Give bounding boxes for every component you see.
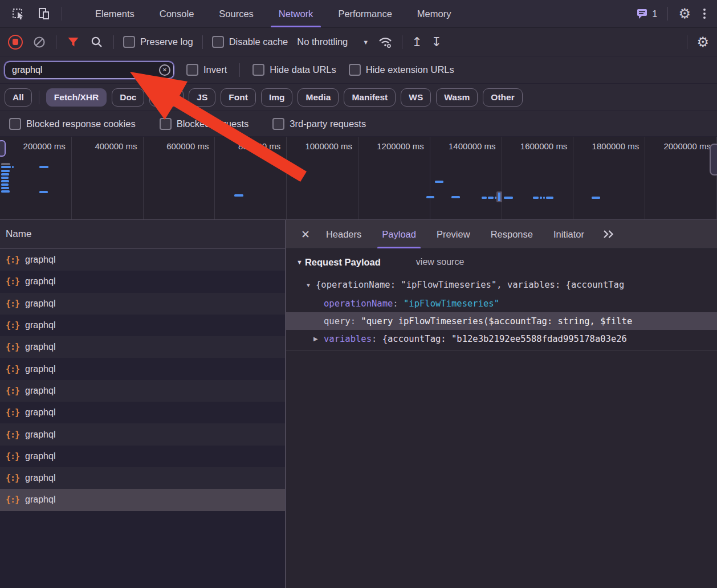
device-toolbar-icon[interactable] [36, 6, 51, 21]
timeline-scrollbar-nub[interactable] [710, 144, 717, 175]
request-name: graphql [25, 386, 55, 396]
table-row[interactable]: {:}graphql [0, 402, 285, 423]
filter-chip-other[interactable]: Other [483, 88, 522, 107]
request-list-panel: Name {:}graphql{:}graphql{:}graphql{:}gr… [0, 220, 285, 588]
tab-performance[interactable]: Performance [325, 0, 404, 27]
more-tabs-icon[interactable] [594, 220, 623, 248]
payload-colon: : [351, 316, 361, 326]
inspect-element-icon[interactable] [11, 6, 26, 21]
json-braces-icon: {:} [6, 407, 19, 418]
export-har-icon[interactable]: ↧ [431, 36, 442, 48]
expand-arrow-icon[interactable]: ▶ [313, 336, 324, 342]
filter-chip-css[interactable]: CSS [149, 88, 184, 107]
filter-funnel-icon[interactable] [66, 35, 80, 50]
issues-count: 1 [652, 9, 657, 19]
collapse-arrow-icon[interactable]: ▼ [296, 259, 303, 266]
request-name: graphql [25, 495, 55, 505]
payload-tree: ▼{operationName: "ipFlowTimeseries", var… [286, 275, 717, 350]
payload-colon: : [372, 334, 382, 344]
payload-key: variables [324, 334, 372, 344]
search-icon[interactable] [89, 35, 104, 50]
filter-chip-doc[interactable]: Doc [112, 88, 144, 107]
blocked-requests-checkbox[interactable]: Blocked requests [160, 118, 249, 130]
bottom-split: Name {:}graphql{:}graphql{:}graphql{:}gr… [0, 220, 717, 588]
hide-extension-urls-checkbox[interactable]: Hide extension URLs [349, 64, 454, 76]
clear-filter-icon[interactable]: ✕ [159, 64, 170, 76]
waterfall-bar [504, 197, 513, 199]
filter-chip-media[interactable]: Media [298, 88, 339, 107]
tab-memory[interactable]: Memory [405, 0, 464, 27]
table-row[interactable]: {:}graphql [0, 249, 285, 271]
filter-chip-img[interactable]: Img [261, 88, 293, 107]
payload-row-variables[interactable]: ▶variables: {accountTag: "b12e3b2192ee55… [286, 330, 717, 348]
settings-gear-icon[interactable]: ⚙ [678, 7, 691, 21]
waterfall-bar [451, 196, 460, 198]
json-braces-icon: {:} [6, 495, 19, 505]
network-overview-timeline[interactable]: 200000 ms400000 ms600000 ms800000 ms1000… [0, 137, 717, 220]
json-braces-icon: {:} [6, 276, 19, 287]
tab-payload[interactable]: Payload [372, 220, 426, 248]
network-settings-gear-icon[interactable]: ⚙ [696, 35, 709, 49]
json-braces-icon: {:} [6, 364, 19, 374]
payload-row-query[interactable]: query: "query ipFlowTimeseries($accountT… [286, 312, 717, 330]
waterfall-bar [39, 191, 48, 193]
json-braces-icon: {:} [6, 451, 19, 462]
tab-sources[interactable]: Sources [206, 0, 266, 27]
table-row[interactable]: {:}graphql [0, 423, 285, 445]
payload-row-operationname[interactable]: operationName: "ipFlowTimeseries" [286, 295, 717, 312]
disable-cache-checkbox[interactable]: Disable cache [212, 36, 288, 48]
checkbox-label: Blocked requests [177, 119, 249, 129]
filter-chip-ws[interactable]: WS [401, 88, 431, 107]
tab-initiator[interactable]: Initiator [543, 220, 594, 248]
table-row[interactable]: {:}graphql [0, 489, 285, 511]
request-rows: {:}graphql{:}graphql{:}graphql{:}graphql… [0, 249, 285, 511]
tab-headers[interactable]: Headers [316, 220, 372, 248]
filter-chip-fetch-xhr[interactable]: Fetch/XHR [46, 88, 107, 107]
table-row[interactable]: {:}graphql [0, 446, 285, 467]
detail-tabbar: ✕ HeadersPayloadPreviewResponseInitiator [286, 220, 717, 249]
filter-chip-all[interactable]: All [5, 88, 32, 107]
filter-chip-wasm[interactable]: Wasm [436, 88, 478, 107]
close-icon[interactable]: ✕ [295, 220, 316, 248]
timeline-left-handle[interactable] [0, 140, 6, 157]
hide-data-urls-checkbox[interactable]: Hide data URLs [252, 64, 336, 76]
request-name: graphql [25, 451, 55, 462]
invert-checkbox[interactable]: Invert [186, 64, 227, 76]
table-row[interactable]: {:}graphql [0, 380, 285, 402]
kebab-menu-icon[interactable] [701, 6, 708, 21]
issues-button[interactable]: 1 [637, 9, 657, 19]
view-source-link[interactable]: view source [416, 257, 464, 267]
table-row[interactable]: {:}graphql [0, 467, 285, 489]
blocked-response-cookies-checkbox[interactable]: Blocked response cookies [9, 118, 136, 130]
import-har-icon[interactable]: ↥ [412, 36, 422, 48]
name-column-header[interactable]: Name [0, 220, 285, 249]
throttling-value: No throttling [297, 36, 348, 47]
clear-icon[interactable] [32, 35, 47, 50]
network-conditions-icon[interactable] [378, 35, 393, 50]
payload-preview-line[interactable]: ▼{operationName: "ipFlowTimeseries", var… [286, 275, 717, 295]
waterfall-bar [488, 197, 494, 199]
filter-chip-font[interactable]: Font [221, 88, 256, 107]
table-row[interactable]: {:}graphql [0, 271, 285, 292]
tab-response[interactable]: Response [480, 220, 543, 248]
message-icon [637, 9, 648, 19]
checkbox-label: Blocked response cookies [26, 119, 136, 129]
tab-preview[interactable]: Preview [426, 220, 480, 248]
filter-chip-manifest[interactable]: Manifest [344, 88, 396, 107]
filter-input[interactable] [5, 62, 174, 79]
table-row[interactable]: {:}graphql [0, 358, 285, 379]
tab-console[interactable]: Console [147, 0, 207, 27]
tab-elements[interactable]: Elements [83, 0, 147, 27]
throttling-dropdown[interactable]: No throttling ▼ [297, 36, 369, 47]
record-button[interactable] [8, 35, 23, 50]
table-row[interactable]: {:}graphql [0, 336, 285, 358]
collapse-arrow-icon[interactable]: ▼ [305, 282, 316, 288]
table-row[interactable]: {:}graphql [0, 293, 285, 315]
tab-network[interactable]: Network [266, 0, 326, 27]
name-column-label: Name [6, 228, 31, 240]
preserve-log-checkbox[interactable]: Preserve log [123, 36, 193, 48]
table-row[interactable]: {:}graphql [0, 315, 285, 336]
chevron-down-icon: ▼ [362, 39, 369, 46]
filter-chip-js[interactable]: JS [189, 88, 215, 107]
3rd-party-requests-checkbox[interactable]: 3rd-party requests [272, 118, 366, 130]
